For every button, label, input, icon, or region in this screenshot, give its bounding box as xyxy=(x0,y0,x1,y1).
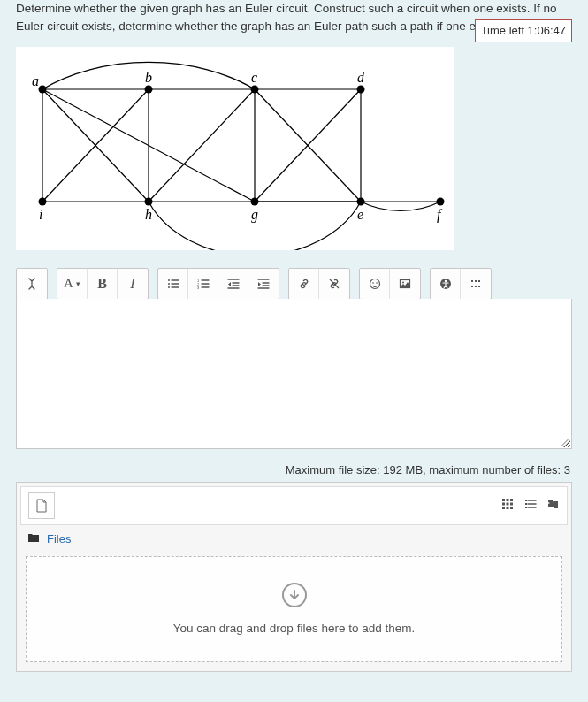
font-button[interactable]: A▾ xyxy=(57,269,88,299)
emoji-button[interactable] xyxy=(360,269,390,299)
svg-point-21 xyxy=(39,197,47,205)
svg-text:h: h xyxy=(145,207,152,222)
graph-image: ab cd ih ge f xyxy=(16,47,454,250)
svg-rect-66 xyxy=(471,286,473,287)
svg-rect-72 xyxy=(502,503,505,506)
add-file-button[interactable] xyxy=(28,492,55,519)
download-icon xyxy=(282,583,307,607)
svg-point-62 xyxy=(444,279,446,281)
svg-rect-82 xyxy=(525,503,527,505)
timer-label: Time left 1:06:47 xyxy=(481,24,566,37)
svg-point-39 xyxy=(168,283,170,285)
more-button[interactable] xyxy=(461,269,491,299)
svg-point-58 xyxy=(376,282,378,284)
svg-text:i: i xyxy=(39,207,42,222)
indent-button[interactable] xyxy=(248,269,279,299)
ul-button[interactable] xyxy=(158,269,188,299)
svg-text:3: 3 xyxy=(197,286,200,290)
svg-rect-71 xyxy=(510,499,513,501)
image-button[interactable] xyxy=(390,269,420,299)
grid-view-icon[interactable] xyxy=(501,498,514,513)
svg-rect-63 xyxy=(471,280,473,282)
link-button[interactable] xyxy=(289,269,319,299)
files-folder[interactable]: Files xyxy=(20,527,568,551)
accessibility-button[interactable] xyxy=(431,269,461,299)
question-text: Determine whether the given graph has an… xyxy=(16,0,572,36)
svg-rect-70 xyxy=(507,499,509,501)
svg-rect-81 xyxy=(525,500,527,501)
svg-text:f: f xyxy=(437,207,443,223)
svg-rect-73 xyxy=(507,503,509,506)
svg-point-18 xyxy=(145,85,153,93)
svg-text:d: d xyxy=(357,70,365,85)
editor-toolbar: A▾ B I 123 xyxy=(16,268,572,300)
svg-rect-74 xyxy=(510,503,513,506)
folder-icon xyxy=(27,532,40,546)
svg-rect-69 xyxy=(502,499,505,501)
svg-rect-83 xyxy=(525,507,527,508)
svg-point-23 xyxy=(251,197,259,205)
svg-text:g: g xyxy=(251,207,258,223)
tree-view-icon[interactable] xyxy=(547,498,560,513)
drop-hint: You can drag and drop files here to add … xyxy=(173,622,415,635)
svg-point-25 xyxy=(437,197,445,205)
timer: Time left 1:06:47 xyxy=(475,19,572,42)
ol-button[interactable]: 123 xyxy=(188,269,218,299)
svg-rect-77 xyxy=(510,507,513,509)
svg-text:b: b xyxy=(145,70,152,85)
drop-zone[interactable]: You can drag and drop files here to add … xyxy=(26,556,562,662)
svg-rect-65 xyxy=(478,280,480,282)
svg-point-60 xyxy=(402,281,404,283)
svg-rect-68 xyxy=(478,286,480,287)
svg-point-40 xyxy=(168,286,170,288)
svg-point-20 xyxy=(357,85,365,93)
editor-textarea[interactable] xyxy=(16,299,572,449)
upload-toolbar xyxy=(20,486,568,525)
rich-text-editor: A▾ B I 123 xyxy=(16,268,572,449)
svg-rect-75 xyxy=(502,507,505,509)
svg-point-24 xyxy=(357,197,365,205)
expand-button[interactable] xyxy=(17,269,47,299)
svg-point-57 xyxy=(372,282,374,284)
file-upload: Files You can drag and drop files here t… xyxy=(16,482,572,672)
svg-text:e: e xyxy=(357,207,363,222)
svg-point-38 xyxy=(168,279,170,281)
svg-rect-64 xyxy=(475,280,477,282)
svg-point-19 xyxy=(251,85,259,93)
svg-text:a: a xyxy=(32,73,39,88)
svg-rect-67 xyxy=(475,286,477,287)
upload-limits: Maximum file size: 192 MB, maximum numbe… xyxy=(16,463,570,477)
unlink-button[interactable] xyxy=(319,269,349,299)
svg-line-8 xyxy=(149,89,255,202)
svg-point-22 xyxy=(145,197,153,205)
svg-point-17 xyxy=(39,85,47,93)
list-view-icon[interactable] xyxy=(524,498,537,513)
outdent-button[interactable] xyxy=(218,269,248,299)
files-label: Files xyxy=(47,532,71,546)
svg-text:c: c xyxy=(251,70,257,85)
bold-button[interactable]: B xyxy=(88,269,118,299)
svg-rect-76 xyxy=(507,507,509,509)
italic-button[interactable]: I xyxy=(118,269,148,299)
